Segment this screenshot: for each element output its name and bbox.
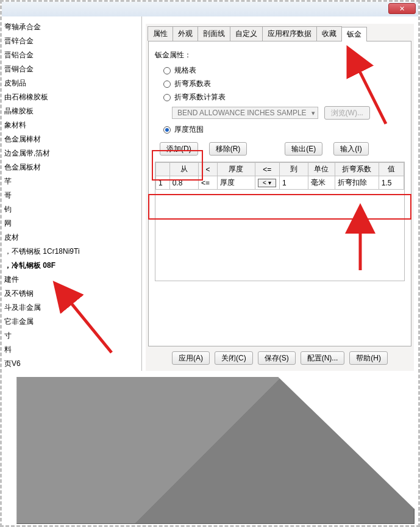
tree-item[interactable]: 网: [2, 217, 141, 231]
tree-item[interactable]: 建件: [2, 273, 141, 287]
tab-appearance[interactable]: 外观: [173, 26, 198, 41]
tree-item[interactable]: 芊: [2, 174, 141, 188]
add-button[interactable]: 添加(D): [160, 142, 198, 156]
tab-crosshatch[interactable]: 剖面线: [198, 26, 230, 41]
panel-label: 钣金属性：: [155, 50, 405, 60]
tree-item-selected[interactable]: ，冷轧钢板 08F: [2, 259, 141, 273]
th-val: 值: [379, 163, 404, 176]
tab-properties[interactable]: 属性: [148, 26, 173, 41]
config-button[interactable]: 配置(N)...: [301, 351, 345, 365]
radio-label: 折弯系数计算表: [174, 92, 226, 102]
remove-button[interactable]: 移除(R): [209, 142, 247, 156]
th-op1: <: [199, 163, 218, 176]
cell-op1[interactable]: <=: [199, 176, 218, 190]
sample-dropdown[interactable]: BEND ALLOWANCE INCHES SAMPLE: [172, 107, 318, 119]
th-thickness: 厚度: [217, 163, 255, 176]
tree-item[interactable]: 哥: [2, 188, 141, 203]
th-unit: 单位: [308, 163, 335, 176]
tree-item[interactable]: 由石棉橡胶板: [2, 90, 141, 104]
close-button[interactable]: 关闭(C): [215, 351, 253, 365]
save-button[interactable]: 保存(S): [258, 351, 296, 365]
viewport-3d: [4, 374, 415, 524]
radio-gauge-table[interactable]: 规格表: [163, 65, 405, 76]
tree-item[interactable]: ，不锈钢板 1Cr18Ni9Ti: [2, 245, 141, 259]
thickness-table: 从 < 厚度 <= 到 单位 折弯系数 值 1 0.: [155, 162, 405, 281]
cell-unit[interactable]: 毫米: [308, 176, 335, 190]
th-from: 从: [169, 163, 198, 176]
tree-item[interactable]: 寸: [2, 329, 141, 343]
radio-label: 厚度范围: [174, 124, 204, 135]
tabbar: 属性 外观 剖面线 自定义 应用程序数据 收藏 钣金: [148, 26, 411, 41]
table-row[interactable]: 1 0.8 <= 厚度 < ▾ 1 毫米 折弯扣除 1.5: [156, 176, 404, 190]
cell-val[interactable]: 1.5: [379, 176, 404, 190]
tree-item[interactable]: 钧: [2, 203, 141, 217]
tree-item[interactable]: 晋锌合金: [2, 34, 141, 48]
dialog-buttons: 应用(A) 关闭(C) 保存(S) 配置(N)... 帮助(H): [146, 351, 414, 365]
dropdown-value: BEND ALLOWANCE INCHES SAMPLE: [177, 109, 307, 117]
radio-calc-table[interactable]: 折弯系数计算表: [163, 92, 405, 102]
tab-panel-sheetmetal: 钣金属性： 规格表 折弯系数表 折弯系数计算表 BEND ALLOWANCE I…: [148, 41, 411, 346]
cell-op2[interactable]: < ▾: [255, 176, 279, 190]
tab-appdata[interactable]: 应用程序数据: [262, 26, 317, 41]
properties-pane: 属性 外观 剖面线 自定义 应用程序数据 收藏 钣金 钣金属性： 规格表 折弯系…: [146, 24, 414, 375]
tree-item[interactable]: 皮制品: [2, 76, 141, 90]
cell-to[interactable]: 1: [279, 176, 308, 190]
radio-icon: [163, 126, 171, 134]
tree-item[interactable]: 色金属棒材: [2, 132, 141, 146]
tree-item[interactable]: 象材料: [2, 118, 141, 132]
tree-item[interactable]: 晋铝合金: [2, 48, 141, 62]
close-icon: ✕: [399, 5, 405, 13]
tab-favorites[interactable]: 收藏: [316, 26, 342, 41]
button-row: 添加(D) 移除(R) 输出(E) 输入(I): [160, 142, 405, 156]
tree-item[interactable]: 斗及非金属: [2, 301, 141, 315]
op2-dropdown[interactable]: < ▾: [258, 179, 276, 187]
import-button[interactable]: 输入(I): [333, 142, 368, 156]
th-coef: 折弯系数: [335, 163, 379, 176]
th-index: [156, 163, 170, 176]
cell-thickness[interactable]: 厚度: [217, 176, 255, 190]
tree-item[interactable]: 色金属板材: [2, 160, 141, 174]
th-op2: <=: [255, 163, 279, 176]
tree-item[interactable]: 料: [2, 343, 141, 357]
radio-bend-table[interactable]: 折弯系数表: [163, 79, 405, 89]
tree-item[interactable]: 晋铜合金: [2, 62, 141, 76]
tree-item[interactable]: 边金属带,箔材: [2, 146, 141, 160]
tree-item[interactable]: 晶橡胶板: [2, 104, 141, 118]
radio-icon: [163, 81, 171, 88]
tab-sheetmetal[interactable]: 钣金: [341, 27, 367, 41]
cell-index: 1: [156, 176, 170, 190]
apply-button[interactable]: 应用(A): [172, 351, 210, 365]
export-button[interactable]: 输出(E): [285, 142, 322, 156]
material-tree[interactable]: 弯轴承合金 晋锌合金 晋铝合金 晋铜合金 皮制品 由石棉橡胶板 晶橡胶板 象材料…: [2, 16, 142, 374]
tree-item[interactable]: 皮材: [2, 231, 141, 245]
radio-icon: [163, 67, 171, 74]
tree-item[interactable]: 它非金属: [2, 315, 141, 329]
radio-label: 折弯系数表: [174, 79, 211, 89]
tree-item[interactable]: 页V6: [2, 357, 141, 371]
cell-from[interactable]: 0.8: [169, 176, 198, 190]
radio-label: 规格表: [174, 65, 196, 76]
cell-coef[interactable]: 折弯扣除: [335, 176, 379, 190]
titlebar: ✕: [2, 2, 418, 16]
browse-button[interactable]: 浏览(W)...: [324, 106, 370, 120]
tab-custom[interactable]: 自定义: [230, 26, 263, 41]
help-button[interactable]: 帮助(H): [349, 351, 388, 365]
radio-thickness-range[interactable]: 厚度范围: [163, 124, 405, 135]
window-close-button[interactable]: ✕: [388, 3, 416, 14]
th-to: 到: [279, 163, 308, 176]
radio-icon: [163, 94, 171, 101]
tree-item[interactable]: 及不锈钢: [2, 287, 141, 301]
tree-item[interactable]: 弯轴承合金: [2, 20, 141, 34]
